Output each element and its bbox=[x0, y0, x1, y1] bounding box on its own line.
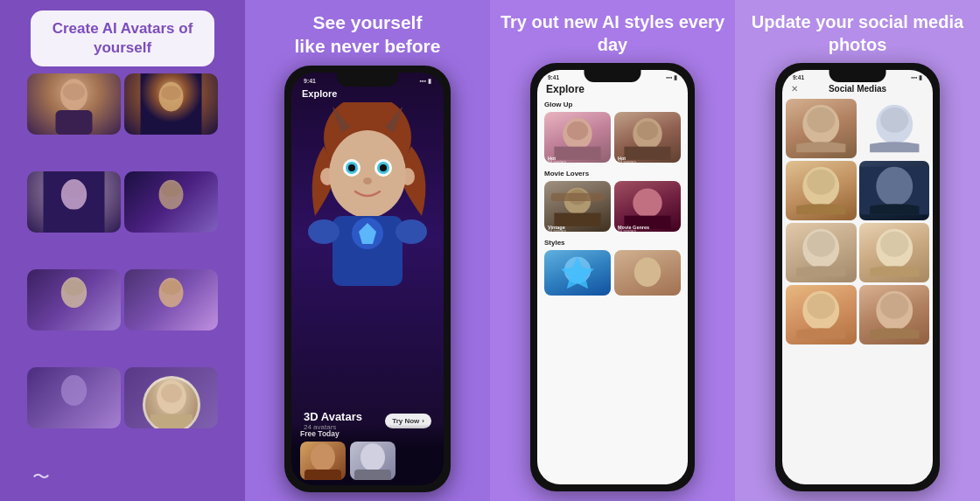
social-header: ✕ Social Medias bbox=[782, 81, 933, 99]
real-photo-circle bbox=[143, 376, 200, 428]
phone-2-frame: 9:41 ▪▪▪ ▮ Explore bbox=[284, 66, 451, 492]
styles-grid bbox=[544, 250, 681, 296]
panel-3: Try out new AI styles every day 9:41 ▪▪▪… bbox=[490, 0, 735, 501]
movie-genres-sub: 24 avatars bbox=[618, 229, 636, 232]
panel-2-heading: See yourself like never before bbox=[295, 10, 441, 59]
free-today-label: Free Today bbox=[300, 429, 435, 438]
signal-battery: ▪▪▪ ▮ bbox=[420, 78, 431, 85]
avatar-cell-7 bbox=[27, 367, 121, 428]
svg-point-65 bbox=[880, 232, 908, 257]
phone-2: 9:41 ▪▪▪ ▮ Explore bbox=[284, 66, 451, 492]
social-item-2 bbox=[859, 99, 930, 158]
svg-point-69 bbox=[880, 294, 908, 319]
svg-point-36 bbox=[311, 443, 335, 471]
phone-4: 9:41 ▪▪▪ ▮ ✕ Social Medias bbox=[775, 63, 940, 491]
panel-4: Update your social media photos 9:41 ▪▪▪… bbox=[735, 0, 980, 501]
screen-label-explore: Explore bbox=[291, 87, 444, 102]
svg-point-5 bbox=[161, 86, 180, 101]
svg-point-29 bbox=[380, 164, 387, 171]
svg-point-59 bbox=[807, 170, 835, 195]
social-item-8 bbox=[859, 285, 930, 344]
svg-point-67 bbox=[807, 294, 835, 319]
avatar-3d-name: 3D Avatars bbox=[304, 410, 362, 423]
avatar-3d-svg bbox=[298, 102, 438, 286]
phone-4-notch bbox=[830, 66, 886, 82]
style-item-2 bbox=[614, 250, 681, 296]
avatar-cell-4 bbox=[124, 171, 218, 233]
free-today-items bbox=[300, 442, 435, 480]
time-display: 9:41 bbox=[304, 78, 316, 85]
free-item-1 bbox=[300, 442, 346, 480]
svg-point-44 bbox=[637, 122, 658, 140]
svg-point-61 bbox=[876, 167, 913, 206]
svg-point-55 bbox=[807, 108, 835, 133]
free-item-2 bbox=[350, 442, 396, 480]
glow-up-grid: Hot 24 avatars Hot 24 avatars bbox=[544, 112, 681, 163]
vintage-item: Vintage 24 avatars bbox=[544, 181, 611, 232]
social-item-4 bbox=[859, 161, 930, 220]
svg-rect-39 bbox=[354, 470, 391, 480]
svg-point-13 bbox=[64, 280, 85, 296]
phone-2-screen: 9:41 ▪▪▪ ▮ Explore bbox=[291, 73, 444, 485]
free-today-section: Free Today bbox=[291, 424, 444, 485]
glow-item-1: Hot 24 avatars bbox=[544, 112, 611, 163]
hot-sub-2: 24 avatars bbox=[618, 160, 636, 163]
social-medias-title: Social Medias bbox=[829, 84, 886, 94]
phone-4-frame: 9:41 ▪▪▪ ▮ ✕ Social Medias bbox=[775, 63, 940, 491]
vintage-sub: 24 avatars bbox=[548, 229, 566, 232]
styles-label: Styles bbox=[544, 239, 681, 247]
svg-point-18 bbox=[161, 384, 182, 403]
panel-3-heading: Try out new AI styles every day bbox=[499, 10, 726, 56]
avatar-cell-8 bbox=[124, 367, 218, 428]
movie-lovers-label: Movie Lovers bbox=[544, 170, 681, 177]
svg-point-30 bbox=[363, 177, 372, 184]
panel-4-heading: Update your social media photos bbox=[744, 10, 971, 56]
phone-3-frame: 9:41 ▪▪▪ ▮ Explore Glow Up bbox=[530, 63, 695, 491]
phone-3-notch bbox=[584, 66, 641, 82]
svg-rect-9 bbox=[52, 210, 95, 233]
svg-point-34 bbox=[308, 219, 340, 244]
close-icon[interactable]: ✕ bbox=[791, 84, 798, 94]
social-item-6 bbox=[859, 223, 930, 282]
svg-point-53 bbox=[634, 258, 661, 287]
glow-up-section: Glow Up Hot 24 avatars bbox=[537, 101, 688, 163]
svg-point-41 bbox=[567, 122, 588, 140]
svg-point-26 bbox=[348, 164, 355, 171]
avatar-cell-2 bbox=[124, 73, 218, 135]
panel-1: Create AI Avatars of yourself bbox=[0, 0, 245, 501]
svg-rect-19 bbox=[150, 414, 192, 428]
svg-rect-48 bbox=[551, 193, 605, 201]
avatar-3d-container bbox=[291, 102, 444, 286]
svg-rect-45 bbox=[624, 147, 670, 160]
avatar-cell-6 bbox=[124, 269, 218, 331]
social-item-5 bbox=[786, 223, 857, 282]
hot-sub-1: 24 avatars bbox=[548, 160, 566, 163]
svg-point-15 bbox=[161, 281, 180, 296]
svg-point-35 bbox=[396, 219, 427, 244]
svg-point-11 bbox=[161, 183, 180, 198]
svg-point-16 bbox=[61, 375, 87, 406]
time-3: 9:41 bbox=[548, 74, 559, 81]
svg-point-63 bbox=[807, 232, 835, 257]
time-4: 9:41 bbox=[793, 74, 804, 81]
phone-3-screen: 9:41 ▪▪▪ ▮ Explore Glow Up bbox=[537, 70, 688, 484]
svg-point-8 bbox=[64, 182, 85, 198]
social-item-7 bbox=[786, 285, 857, 344]
wave-icon: 〜 bbox=[32, 465, 50, 489]
svg-rect-37 bbox=[304, 470, 341, 480]
svg-point-38 bbox=[360, 443, 385, 471]
panel-2: See yourself like never before 9:41 ▪▪▪ … bbox=[245, 0, 490, 501]
explore-label-3: Explore bbox=[537, 81, 688, 101]
movie-lovers-grid: Vintage 24 avatars Movie Genres 24 avata… bbox=[544, 181, 681, 232]
social-item-3 bbox=[786, 161, 857, 220]
social-grid bbox=[782, 99, 933, 344]
avatar-grid bbox=[27, 73, 218, 462]
svg-rect-42 bbox=[554, 147, 600, 160]
panel-1-bottom: 〜 bbox=[27, 462, 218, 492]
phone-4-screen: 9:41 ▪▪▪ ▮ ✕ Social Medias bbox=[782, 70, 933, 484]
svg-point-23 bbox=[329, 130, 406, 218]
svg-point-50 bbox=[633, 188, 662, 217]
style-item-1 bbox=[544, 250, 611, 296]
movie-lovers-section: Movie Lovers Vintage 24 avatars bbox=[537, 170, 688, 232]
glow-item-2: Hot 24 avatars bbox=[614, 112, 681, 163]
